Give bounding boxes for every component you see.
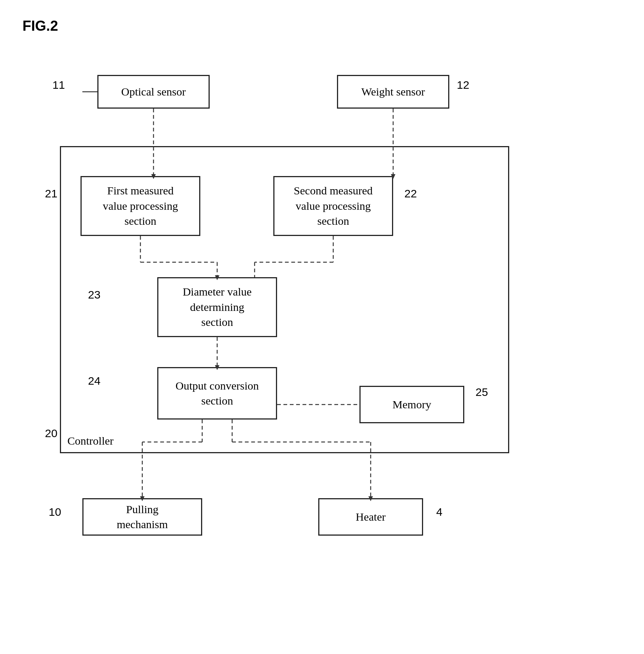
ref-23: 23 xyxy=(88,288,100,301)
ref-12: 12 xyxy=(457,79,469,91)
weight-sensor-label: Weight sensor xyxy=(361,84,425,100)
ref-10: 10 xyxy=(49,506,61,518)
ref-20: 20 xyxy=(45,427,57,440)
ref-21: 21 xyxy=(45,187,57,200)
ref-24: 24 xyxy=(88,375,100,387)
output-conv-label: Output conversion section xyxy=(176,378,259,409)
heater-label: Heater xyxy=(356,509,386,525)
pulling-label: Pulling mechanism xyxy=(117,502,168,532)
diameter-label: Diameter value determining section xyxy=(183,284,252,330)
optical-sensor-box: Optical sensor xyxy=(97,75,210,109)
diameter-box: Diameter value determining section xyxy=(157,277,277,337)
second-mvp-box: Second measured value processing section xyxy=(273,176,393,236)
controller-label: Controller xyxy=(67,435,113,447)
first-mvp-box: First measured value processing section xyxy=(80,176,200,236)
memory-box: Memory xyxy=(359,386,464,423)
output-conv-box: Output conversion section xyxy=(157,367,277,420)
ref-25: 25 xyxy=(476,386,488,399)
second-mvp-label: Second measured value processing section xyxy=(294,183,373,229)
ref-4: 4 xyxy=(436,506,443,518)
weight-sensor-box: Weight sensor xyxy=(337,75,449,109)
first-mvp-label: First measured value processing section xyxy=(103,183,178,229)
pulling-box: Pulling mechanism xyxy=(82,498,202,536)
memory-label: Memory xyxy=(392,397,431,412)
ref-11: 11 xyxy=(52,79,65,91)
optical-sensor-label: Optical sensor xyxy=(121,84,186,100)
heater-box: Heater xyxy=(318,498,423,536)
figure-label: FIG.2 xyxy=(22,18,58,34)
ref-22: 22 xyxy=(404,187,417,200)
diagram: Optical sensor Weight sensor First measu… xyxy=(22,60,614,637)
